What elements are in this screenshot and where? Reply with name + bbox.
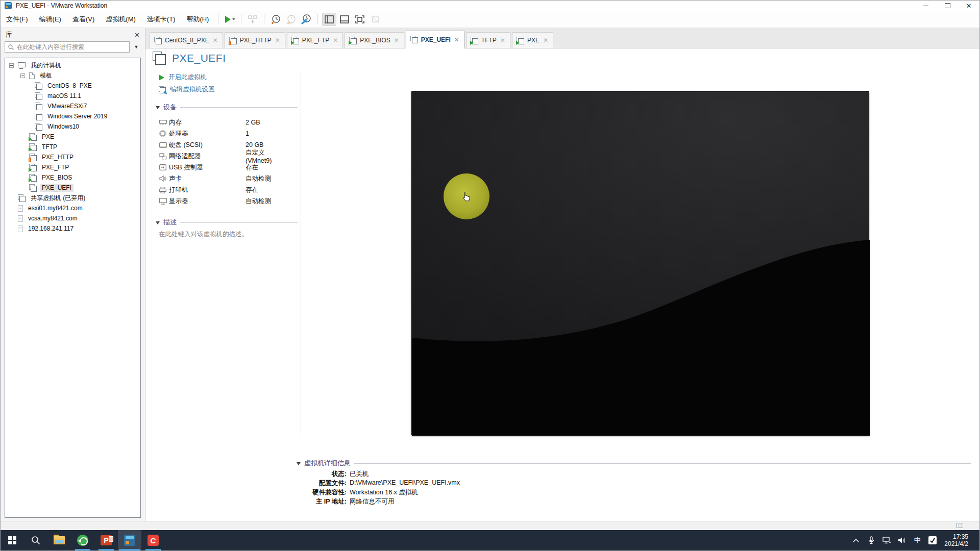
tree-item-vm[interactable]: PXE_BIOS: [5, 172, 140, 183]
collapse-arrow-icon[interactable]: [297, 462, 301, 465]
tree-item-vm[interactable]: PXE_FTP: [5, 162, 140, 172]
tab-pxe-http[interactable]: PXE_HTTP✕: [225, 32, 285, 48]
device-row-display[interactable]: 显示器自动检测: [159, 195, 292, 207]
description-section-header[interactable]: 描述: [156, 218, 298, 227]
tab-close-icon[interactable]: ✕: [212, 37, 218, 44]
menu-help[interactable]: 帮助(H): [181, 11, 214, 28]
vm-running-icon: [29, 133, 37, 141]
vm-icon: [35, 123, 42, 131]
toolbar-separator: [241, 14, 241, 24]
snapshot-manager-button[interactable]: [299, 13, 313, 26]
maximize-button[interactable]: [937, 1, 958, 11]
tab-close-icon[interactable]: ✕: [543, 37, 549, 44]
vm-running-icon: [29, 143, 37, 151]
file-explorer-button[interactable]: [47, 530, 71, 550]
vm-running-icon: [29, 164, 37, 171]
device-row-network[interactable]: 网络适配器自定义 (VMnet9): [159, 151, 292, 162]
device-row-sound[interactable]: 声卡自动检测: [159, 173, 292, 184]
library-search[interactable]: [5, 41, 130, 53]
description-placeholder[interactable]: 在此处键入对该虚拟机的描述。: [159, 230, 248, 239]
library-tree: 我的计算机 模板 CentOS_8_PXE macOS 11.1 VMwareE…: [5, 58, 141, 518]
edit-vm-settings-link[interactable]: 编辑虚拟机设置: [159, 85, 215, 94]
send-ctrl-alt-del-button[interactable]: [246, 13, 260, 26]
tree-item-templates[interactable]: 模板: [5, 70, 140, 81]
power-on-button[interactable]: [223, 13, 237, 26]
vm-details-section-header[interactable]: 虚拟机详细信息: [297, 459, 971, 468]
tree-item-host[interactable]: vcsa.my8421.com: [5, 213, 140, 223]
taskbar-search-button[interactable]: [24, 530, 47, 550]
tree-item-vm[interactable]: macOS 11.1: [5, 91, 140, 101]
tab-close-icon[interactable]: ✕: [275, 37, 281, 44]
search-input[interactable]: [17, 43, 126, 51]
network-tray-button[interactable]: [880, 530, 893, 550]
device-row-usb[interactable]: USB 控制器存在: [159, 162, 292, 173]
tab-pxe[interactable]: PXE✕: [512, 32, 553, 48]
menu-view[interactable]: 查看(V): [67, 11, 100, 28]
tree-item-vm[interactable]: Windows Server 2019: [5, 111, 140, 121]
tab-pxe-bios[interactable]: PXE_BIOS✕: [345, 32, 404, 48]
volume-tray-button[interactable]: [895, 530, 909, 550]
running-indicator: [119, 549, 140, 550]
tab-pxe-uefi[interactable]: PXE_UEFI✕: [406, 31, 464, 48]
unity-mode-button[interactable]: [368, 13, 382, 26]
tree-item-my-computer[interactable]: 我的计算机: [5, 60, 140, 70]
close-button[interactable]: ✕: [958, 1, 979, 11]
tree-item-host[interactable]: esxi01.my8421.com: [5, 203, 140, 213]
search-icon: [31, 536, 40, 545]
tree-item-vm-selected[interactable]: PXE_UEFI: [5, 183, 140, 193]
search-dropdown-icon[interactable]: ▼: [132, 41, 141, 53]
statusbar-display-icon[interactable]: [957, 523, 963, 528]
start-button[interactable]: [1, 530, 24, 550]
vm-running-icon: [517, 37, 524, 44]
tree-item-vm[interactable]: PXE_HTTP: [5, 152, 140, 162]
tab-close-icon[interactable]: ✕: [500, 37, 506, 44]
collapse-icon[interactable]: [9, 63, 14, 68]
tray-expand-button[interactable]: [849, 530, 863, 550]
powerpoint-button[interactable]: P: [94, 530, 118, 550]
collapse-arrow-icon[interactable]: [156, 221, 160, 224]
show-library-button[interactable]: [322, 13, 336, 26]
green-browser-icon: [77, 535, 88, 546]
checkmark-tray-icon: [928, 536, 937, 545]
collapse-arrow-icon[interactable]: [156, 106, 160, 109]
tree-item-vm[interactable]: TFTP: [5, 142, 140, 152]
microphone-tray-button[interactable]: [865, 530, 878, 550]
device-row-printer[interactable]: 打印机存在: [159, 184, 292, 195]
tab-close-icon[interactable]: ✕: [332, 37, 338, 44]
vm-icon: [29, 184, 37, 192]
tab-close-icon[interactable]: ✕: [454, 36, 460, 43]
vmware-taskbar-button[interactable]: [118, 530, 141, 550]
vm-console-preview[interactable]: [411, 91, 869, 435]
tree-item-vm[interactable]: CentOS_8_PXE: [5, 81, 140, 91]
device-row-memory[interactable]: 内存2 GB: [159, 117, 292, 128]
checkmark-tray-button[interactable]: [926, 530, 939, 550]
show-thumbnail-bar-button[interactable]: [337, 13, 352, 26]
ime-indicator[interactable]: 中: [911, 530, 924, 550]
tab-centos-8-pxe[interactable]: CentOS_8_PXE✕: [150, 32, 223, 48]
tree-item-host[interactable]: 192.168.241.117: [5, 223, 140, 234]
fullscreen-button[interactable]: [353, 13, 367, 26]
menu-edit[interactable]: 编辑(E): [34, 11, 67, 28]
minimize-button[interactable]: [915, 1, 937, 11]
take-snapshot-button[interactable]: [268, 13, 283, 26]
tree-item-vm[interactable]: Windows10: [5, 121, 140, 132]
tree-item-vm[interactable]: VMwareESXi7: [5, 101, 140, 111]
taskbar-clock[interactable]: 17:35 2021/4/2: [941, 533, 972, 547]
library-close-icon[interactable]: ✕: [134, 31, 140, 39]
revert-snapshot-button[interactable]: [284, 13, 298, 26]
collapse-icon[interactable]: [20, 73, 25, 78]
devices-section-header[interactable]: 设备: [156, 103, 298, 112]
tab-tftp[interactable]: TFTP✕: [466, 32, 510, 48]
unity-mode-icon: [371, 15, 380, 23]
tree-item-vm[interactable]: PXE: [5, 132, 140, 142]
menu-file[interactable]: 文件(F): [1, 11, 34, 28]
menu-tabs[interactable]: 选项卡(T): [141, 11, 181, 28]
green-browser-button[interactable]: [71, 530, 94, 550]
camtasia-button[interactable]: C: [141, 530, 165, 550]
tab-pxe-ftp[interactable]: PXE_FTP✕: [287, 32, 343, 48]
tree-item-shared-vms[interactable]: 共享虚拟机 (已弃用): [5, 193, 140, 203]
tab-close-icon[interactable]: ✕: [394, 37, 400, 44]
menu-vm[interactable]: 虚拟机(M): [100, 11, 141, 28]
device-row-cpu[interactable]: 处理器1: [159, 128, 292, 139]
power-on-vm-link[interactable]: 开启此虚拟机: [159, 73, 207, 82]
